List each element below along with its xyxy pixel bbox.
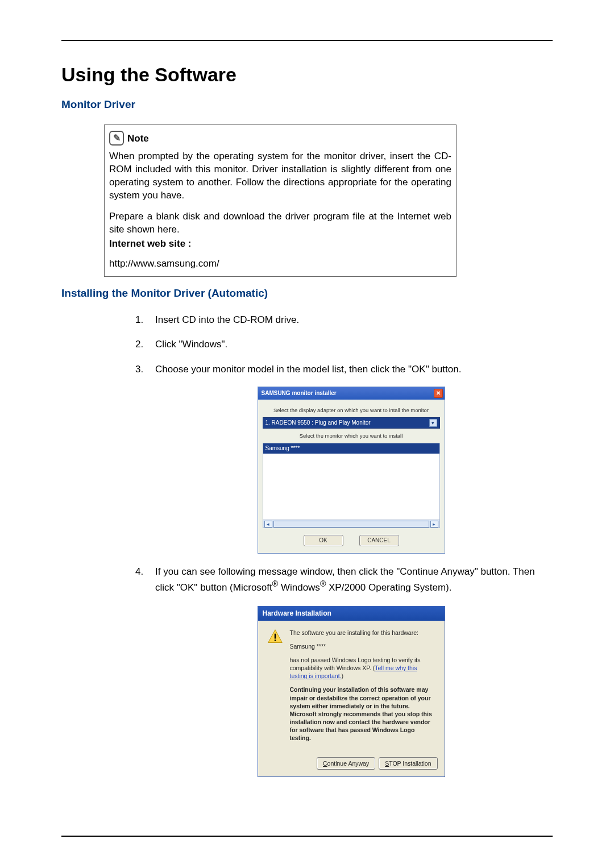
installer-titlebar: SAMSUNG monitor installer ✕ (258, 387, 445, 400)
top-rule (61, 40, 553, 41)
install-steps: Insert CD into the CD-ROM drive. Click "… (135, 313, 553, 778)
installer-label-monitor: Select the monitor which you want to ins… (263, 432, 440, 439)
close-icon[interactable]: ✕ (434, 389, 443, 398)
adapter-select-value: 1. RADEON 9550 : Plug and Play Monitor (265, 419, 371, 427)
scroll-left-icon[interactable]: ◂ (264, 521, 272, 528)
scroll-right-icon[interactable]: ▸ (430, 521, 438, 528)
warning-icon (267, 629, 283, 645)
step-2: Click "Windows". (135, 338, 547, 351)
cancel-button[interactable]: CANCEL (359, 535, 399, 546)
stop-installation-rest: TOP Installation (389, 760, 431, 767)
adapter-select[interactable]: 1. RADEON 9550 : Plug and Play Monitor ▾ (263, 417, 440, 429)
note-paragraph-2: Prepare a blank disk and download the dr… (109, 210, 451, 236)
section-install-automatic: Installing the Monitor Driver (Automatic… (61, 287, 553, 300)
internet-website-url: http://www.samsung.com/ (109, 258, 451, 271)
svg-rect-2 (274, 639, 275, 641)
page-title: Using the Software (61, 64, 553, 86)
hw-compat-b: ) (342, 672, 344, 679)
horizontal-scrollbar[interactable]: ◂ ▸ (263, 520, 439, 528)
registered-mark: ® (320, 579, 326, 588)
stop-installation-button[interactable]: STOP Installation (379, 757, 437, 770)
hw-warning-text: Continuing your installation of this sof… (290, 686, 435, 742)
step-3: Choose your monitor model in the model l… (135, 363, 547, 554)
hardware-installation-dialog: Hardware Installation The software you a… (258, 606, 445, 778)
monitor-list[interactable]: Samsung **** ◂ ▸ (263, 443, 440, 528)
note-box: ✎ Note When prompted by the operating sy… (104, 124, 457, 277)
hw-intro: The software you are installing for this… (290, 629, 435, 637)
ok-button[interactable]: OK (304, 535, 343, 546)
scroll-track[interactable] (273, 521, 429, 528)
registered-mark: ® (272, 579, 278, 588)
installer-label-adapter: Select the display adapter on which you … (263, 406, 440, 414)
svg-rect-1 (274, 633, 275, 638)
bottom-rule (61, 836, 553, 837)
note-icon: ✎ (109, 131, 124, 146)
step-4-text-c: XP/2000 Operating System). (326, 582, 451, 593)
internet-website-label: Internet web site : (109, 238, 451, 251)
monitor-list-item[interactable]: Samsung **** (263, 443, 439, 454)
continue-anyway-button[interactable]: Continue Anyway (317, 757, 375, 770)
chevron-down-icon[interactable]: ▾ (429, 419, 437, 427)
section-monitor-driver: Monitor Driver (61, 98, 553, 111)
hw-compat: has not passed Windows Logo testing to v… (290, 656, 435, 680)
step-1: Insert CD into the CD-ROM drive. (135, 313, 547, 327)
hw-titlebar: Hardware Installation (258, 607, 445, 621)
installer-dialog: SAMSUNG monitor installer ✕ Select the d… (258, 387, 445, 554)
note-paragraph-1: When prompted by the operating system fo… (109, 150, 451, 202)
note-label: Note (127, 132, 149, 146)
step-4: If you can see following message window,… (135, 565, 547, 777)
installer-title: SAMSUNG monitor installer (262, 389, 337, 397)
step-4-text-b: Windows (278, 582, 320, 593)
hw-name: Samsung **** (290, 642, 435, 650)
step-3-text: Choose your monitor model in the model l… (155, 364, 461, 375)
